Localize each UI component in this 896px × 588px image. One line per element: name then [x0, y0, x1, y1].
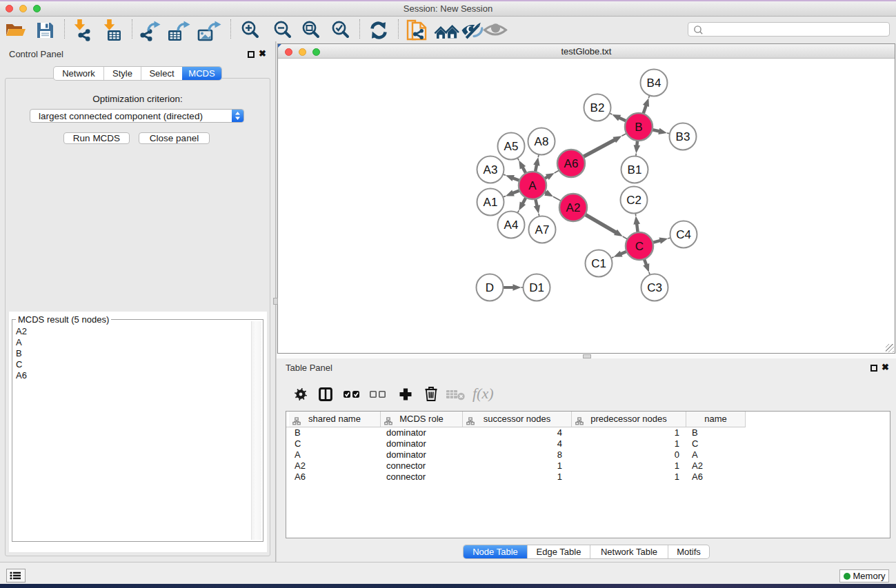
- svg-text:A3: A3: [484, 163, 498, 176]
- svg-text:C: C: [635, 240, 644, 253]
- svg-text:C2: C2: [626, 194, 641, 207]
- svg-text:A1: A1: [484, 196, 498, 209]
- svg-text:C4: C4: [676, 228, 691, 241]
- svg-text:C3: C3: [647, 281, 662, 294]
- svg-text:A2: A2: [566, 201, 581, 214]
- svg-text:A7: A7: [535, 223, 550, 236]
- svg-text:A8: A8: [535, 135, 549, 148]
- svg-text:B4: B4: [647, 77, 661, 90]
- svg-text:B2: B2: [590, 101, 605, 114]
- svg-text:D: D: [486, 281, 494, 294]
- svg-text:D1: D1: [529, 281, 544, 294]
- svg-text:A6: A6: [564, 157, 579, 170]
- svg-text:B1: B1: [628, 163, 642, 176]
- svg-text:A4: A4: [504, 219, 519, 232]
- svg-text:C1: C1: [591, 257, 606, 270]
- svg-text:B3: B3: [676, 130, 690, 143]
- svg-text:B: B: [635, 121, 642, 134]
- svg-text:A5: A5: [504, 140, 519, 153]
- svg-text:A: A: [528, 179, 537, 192]
